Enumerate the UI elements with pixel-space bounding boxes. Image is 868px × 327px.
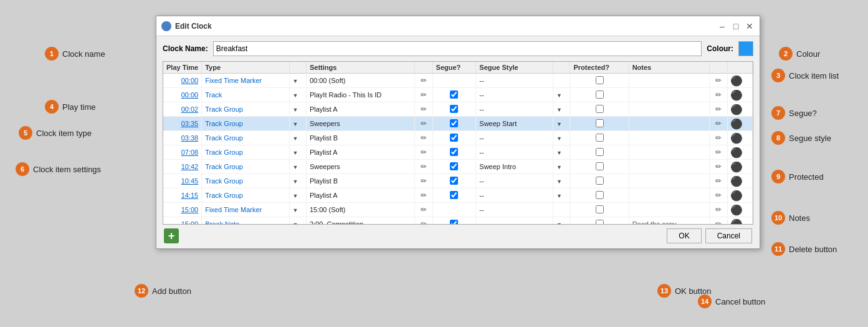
- colour-picker[interactable]: [738, 41, 753, 56]
- protected-checkbox[interactable]: [570, 145, 629, 160]
- edit-pencil[interactable]: ✏: [414, 217, 432, 225]
- protected-checkbox[interactable]: [570, 88, 629, 102]
- protected-checkbox[interactable]: [570, 160, 629, 174]
- notes-edit-pencil[interactable]: ✏: [710, 174, 728, 188]
- protected-checkbox[interactable]: [570, 217, 629, 225]
- delete-cell[interactable]: ⚫: [728, 131, 753, 145]
- delete-cell[interactable]: ⚫: [728, 203, 753, 217]
- notes-edit-pencil[interactable]: ✏: [710, 102, 728, 117]
- delete-button[interactable]: ⚫: [731, 89, 742, 100]
- type-dropdown[interactable]: ▼: [289, 217, 306, 225]
- minimize-button[interactable]: –: [717, 21, 727, 31]
- delete-cell[interactable]: ⚫: [728, 188, 753, 203]
- delete-button[interactable]: ⚫: [731, 190, 742, 201]
- segue-checkbox[interactable]: [432, 102, 476, 117]
- edit-pencil[interactable]: ✏: [414, 88, 432, 102]
- delete-button[interactable]: ⚫: [731, 175, 742, 187]
- playtime-cell[interactable]: 03:38: [163, 131, 202, 145]
- delete-cell[interactable]: ⚫: [728, 174, 753, 188]
- segue-style-dropdown[interactable]: ▼: [553, 174, 570, 188]
- delete-cell[interactable]: ⚫: [728, 117, 753, 131]
- delete-cell[interactable]: ⚫: [728, 217, 753, 225]
- ok-button[interactable]: OK: [667, 228, 701, 243]
- segue-checkbox[interactable]: [432, 174, 476, 188]
- type-dropdown[interactable]: ▼: [289, 203, 306, 217]
- clock-name-input[interactable]: [213, 41, 702, 56]
- segue-checkbox[interactable]: [432, 88, 476, 102]
- type-dropdown[interactable]: ▼: [289, 131, 306, 145]
- segue-style-dropdown[interactable]: ▼: [553, 117, 570, 131]
- edit-pencil[interactable]: ✏: [414, 174, 432, 188]
- protected-checkbox[interactable]: [570, 102, 629, 117]
- delete-cell[interactable]: ⚫: [728, 145, 753, 160]
- delete-button[interactable]: ⚫: [731, 147, 742, 158]
- playtime-cell[interactable]: 03:35: [163, 117, 202, 131]
- playtime-cell[interactable]: 10:42: [163, 160, 202, 174]
- notes-edit-pencil[interactable]: ✏: [710, 145, 728, 160]
- delete-cell[interactable]: ⚫: [728, 74, 753, 88]
- edit-pencil[interactable]: ✏: [414, 74, 432, 88]
- playtime-cell[interactable]: 00:00: [163, 74, 202, 88]
- delete-button[interactable]: ⚫: [731, 118, 742, 129]
- playtime-cell[interactable]: 07:08: [163, 145, 202, 160]
- notes-edit-pencil[interactable]: ✏: [710, 217, 728, 225]
- delete-button[interactable]: ⚫: [731, 204, 742, 215]
- type-dropdown[interactable]: ▼: [289, 88, 306, 102]
- notes-edit-pencil[interactable]: ✏: [710, 74, 728, 88]
- segue-checkbox[interactable]: [432, 188, 476, 203]
- notes-edit-pencil[interactable]: ✏: [710, 88, 728, 102]
- table-scroll[interactable]: Play Time Type Settings Segue? Segue Sty…: [163, 62, 753, 224]
- edit-pencil[interactable]: ✏: [414, 117, 432, 131]
- delete-button[interactable]: ⚫: [731, 132, 742, 144]
- notes-edit-pencil[interactable]: ✏: [710, 160, 728, 174]
- segue-style-dropdown[interactable]: ▼: [553, 160, 570, 174]
- segue-style-dropdown[interactable]: [553, 74, 570, 88]
- playtime-cell[interactable]: 00:02: [163, 102, 202, 117]
- playtime-cell[interactable]: 14:15: [163, 188, 202, 203]
- segue-checkbox[interactable]: [432, 160, 476, 174]
- playtime-cell[interactable]: 10:45: [163, 174, 202, 188]
- maximize-button[interactable]: □: [731, 21, 741, 31]
- playtime-cell[interactable]: 15:00: [163, 217, 202, 225]
- segue-style-dropdown[interactable]: ▼: [553, 217, 570, 225]
- segue-checkbox[interactable]: [432, 203, 476, 217]
- delete-button[interactable]: ⚫: [731, 75, 742, 86]
- segue-checkbox[interactable]: [432, 131, 476, 145]
- delete-button[interactable]: ⚫: [731, 104, 742, 115]
- protected-checkbox[interactable]: [570, 174, 629, 188]
- type-dropdown[interactable]: ▼: [289, 174, 306, 188]
- segue-style-dropdown[interactable]: ▼: [553, 131, 570, 145]
- close-button[interactable]: ✕: [745, 21, 755, 31]
- notes-edit-pencil[interactable]: ✏: [710, 203, 728, 217]
- edit-pencil[interactable]: ✏: [414, 188, 432, 203]
- segue-checkbox[interactable]: [432, 74, 476, 88]
- add-button[interactable]: +: [164, 228, 179, 243]
- edit-pencil[interactable]: ✏: [414, 131, 432, 145]
- protected-checkbox[interactable]: [570, 203, 629, 217]
- type-dropdown[interactable]: ▼: [289, 160, 306, 174]
- segue-checkbox[interactable]: [432, 117, 476, 131]
- segue-style-dropdown[interactable]: ▼: [553, 88, 570, 102]
- edit-pencil[interactable]: ✏: [414, 102, 432, 117]
- protected-checkbox[interactable]: [570, 74, 629, 88]
- segue-checkbox[interactable]: [432, 145, 476, 160]
- delete-cell[interactable]: ⚫: [728, 160, 753, 174]
- edit-pencil[interactable]: ✏: [414, 203, 432, 217]
- protected-checkbox[interactable]: [570, 188, 629, 203]
- edit-pencil[interactable]: ✏: [414, 145, 432, 160]
- segue-style-dropdown[interactable]: [553, 203, 570, 217]
- type-dropdown[interactable]: ▼: [289, 188, 306, 203]
- delete-button[interactable]: ⚫: [731, 218, 742, 224]
- type-dropdown[interactable]: ▼: [289, 117, 306, 131]
- type-dropdown[interactable]: ▼: [289, 74, 306, 88]
- playtime-cell[interactable]: 15:00: [163, 203, 202, 217]
- segue-style-dropdown[interactable]: ▼: [553, 145, 570, 160]
- notes-edit-pencil[interactable]: ✏: [710, 117, 728, 131]
- type-dropdown[interactable]: ▼: [289, 145, 306, 160]
- type-dropdown[interactable]: ▼: [289, 102, 306, 117]
- delete-cell[interactable]: ⚫: [728, 102, 753, 117]
- protected-checkbox[interactable]: [570, 117, 629, 131]
- playtime-cell[interactable]: 00:00: [163, 88, 202, 102]
- notes-edit-pencil[interactable]: ✏: [710, 131, 728, 145]
- edit-pencil[interactable]: ✏: [414, 160, 432, 174]
